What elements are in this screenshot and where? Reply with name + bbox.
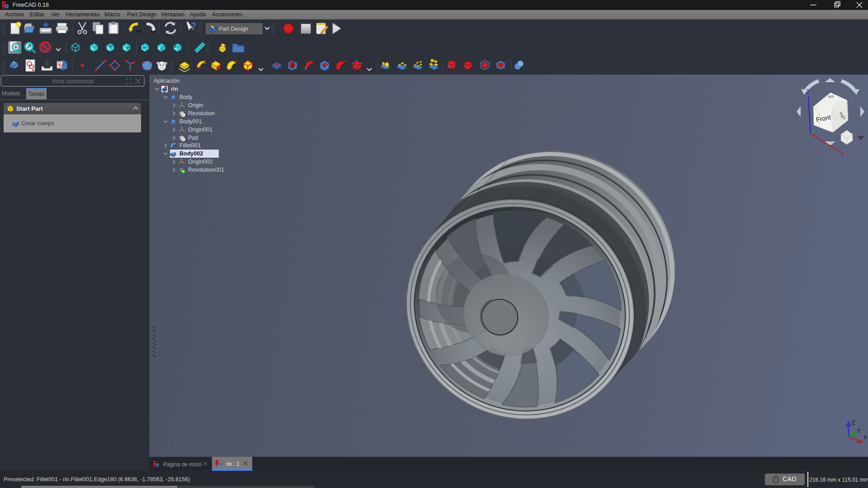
- svg-text:X: X: [863, 434, 867, 441]
- svg-text:X: X: [841, 150, 845, 157]
- svg-text:Part Design: Part Design: [219, 26, 248, 32]
- svg-text:Z: Z: [806, 88, 809, 95]
- svg-text:Y: Y: [857, 428, 861, 434]
- svg-text:?: ?: [191, 21, 196, 31]
- svg-text:Z: Z: [852, 420, 855, 426]
